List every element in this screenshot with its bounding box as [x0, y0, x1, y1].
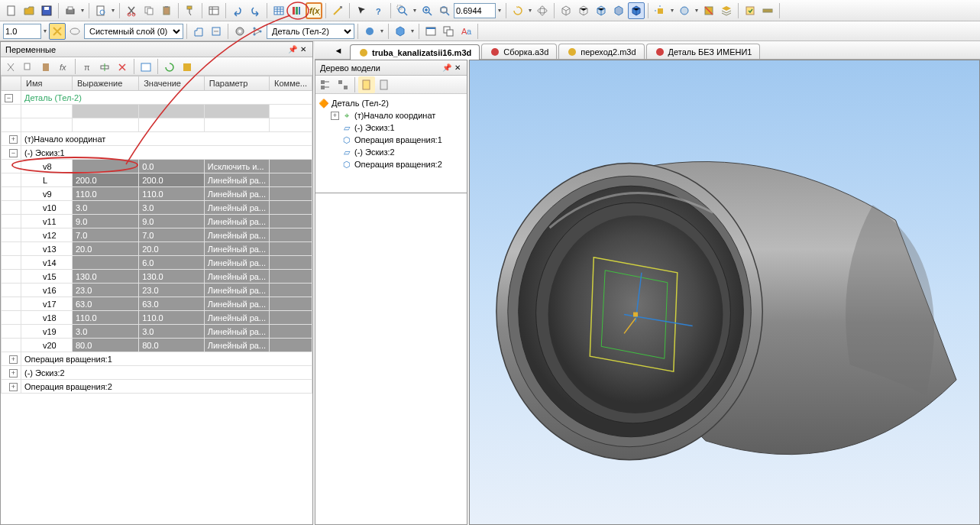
spreadsheet-icon[interactable]	[270, 2, 287, 19]
window-icon[interactable]	[422, 23, 439, 40]
cascade-icon[interactable]	[440, 23, 457, 40]
document-tab[interactable]: Сборка.a3d	[481, 44, 557, 59]
material-icon[interactable]	[361, 23, 378, 40]
var-refresh-icon[interactable]	[161, 59, 178, 76]
line-weight-combo[interactable]	[3, 24, 41, 39]
tree-root[interactable]: 🔶 Деталь (Тел-2)	[319, 97, 464, 109]
tab-prev-icon[interactable]: ◄	[330, 42, 347, 59]
var-delete-icon[interactable]	[114, 59, 131, 76]
variable-row[interactable]: v1623.023.0Линейный ра...	[2, 284, 312, 297]
tree-node[interactable]: ⬡ Операция вращения:2	[319, 158, 464, 170]
var-opts-icon[interactable]	[179, 59, 196, 76]
orbit-icon[interactable]	[534, 2, 551, 19]
format-paint-icon[interactable]	[182, 2, 199, 19]
pin-icon[interactable]: 📌	[442, 63, 451, 73]
new-icon[interactable]	[3, 2, 20, 19]
preview-dropdown[interactable]: ▾	[110, 2, 116, 19]
wireframe-icon[interactable]	[558, 2, 574, 19]
tree-node[interactable]: ⬡ Операция вращения:1	[319, 134, 464, 146]
zoom-in-icon[interactable]	[419, 2, 435, 19]
variable-row[interactable]: L200.0200.0Линейный ра...	[2, 173, 312, 187]
style-icon[interactable]	[66, 23, 83, 40]
text-style-icon[interactable]: Aа	[458, 23, 474, 40]
dim-icon[interactable]	[208, 23, 225, 40]
section-icon[interactable]	[700, 2, 717, 19]
measure-icon[interactable]	[759, 2, 776, 19]
var-paste-icon[interactable]	[37, 59, 54, 76]
color-btn[interactable]	[49, 23, 66, 40]
variables-grid[interactable]: Имя Выражение Значение Параметр Комме...…	[1, 76, 312, 524]
tree-node[interactable]: ▱ (-) Эскиз:2	[319, 146, 464, 158]
close-icon[interactable]: ✕	[453, 63, 462, 73]
var-pi-icon[interactable]: π	[79, 59, 95, 76]
body-icon[interactable]	[392, 23, 409, 40]
rebuild-icon[interactable]	[742, 2, 758, 19]
layer-combo[interactable]: Системный слой (0)	[84, 24, 183, 39]
mt-btn4-icon[interactable]	[376, 76, 393, 93]
save-icon[interactable]	[38, 2, 55, 19]
variable-row[interactable]: v18110.0110.0Линейный ра...	[2, 311, 312, 325]
model-tree-body[interactable]: 🔶 Деталь (Тел-2) + ⌖ (т)Начало координат…	[315, 94, 467, 193]
rotate-icon[interactable]	[509, 2, 526, 19]
undo-icon[interactable]	[229, 2, 246, 19]
document-tab[interactable]: переход2.m3d	[558, 44, 644, 59]
sketch-icon[interactable]	[329, 2, 346, 19]
variable-row[interactable]: v193.03.0Линейный ра...	[2, 325, 312, 339]
library-icon[interactable]	[288, 2, 305, 19]
zoom-dd[interactable]: ▾	[412, 2, 418, 19]
document-tab[interactable]: truba_kanalizatsii16.m3d	[350, 44, 480, 60]
variable-row[interactable]: v127.07.0Линейный ра...	[2, 228, 312, 242]
variable-row[interactable]: v2080.080.0Линейный ра...	[2, 339, 312, 352]
preview-icon[interactable]	[92, 2, 109, 19]
document-tab[interactable]: Деталь БЕЗ ИМЕНИ1	[646, 44, 761, 59]
tree-node[interactable]: + ⌖ (т)Начало координат	[319, 109, 464, 122]
orient-icon[interactable]	[652, 2, 668, 19]
var-insert-icon[interactable]	[96, 59, 113, 76]
part-combo[interactable]: Деталь (Тел-2)	[267, 24, 354, 39]
variable-row[interactable]: v15130.0130.0Линейный ра...	[2, 270, 312, 284]
variable-row[interactable]: v9110.0110.0Линейный ра...	[2, 187, 312, 201]
open-icon[interactable]	[21, 2, 37, 19]
copy-icon[interactable]	[141, 2, 157, 19]
hidden-edge-icon[interactable]	[575, 2, 592, 19]
zoom-combo-dd[interactable]: ▾	[496, 2, 503, 19]
variable-row[interactable]: v80.0Исключить и...	[2, 160, 312, 173]
print-icon[interactable]	[62, 2, 79, 19]
paste-icon[interactable]	[158, 2, 175, 19]
zoom-input[interactable]	[454, 3, 496, 18]
variable-row[interactable]: v1320.020.0Линейный ра...	[2, 242, 312, 256]
variable-row[interactable]: v146.0Линейный ра...	[2, 256, 312, 270]
variable-row[interactable]: v103.03.0Линейный ра...	[2, 201, 312, 215]
expand-icon[interactable]: +	[331, 112, 339, 120]
sketch2-icon[interactable]	[190, 23, 207, 40]
var-table-icon[interactable]	[137, 59, 154, 76]
tree-icon[interactable]	[249, 23, 266, 40]
config-icon[interactable]	[231, 23, 248, 40]
viewport-3d[interactable]	[469, 60, 980, 525]
zoom-fit-icon[interactable]	[436, 2, 453, 19]
var-copy-icon[interactable]	[20, 59, 37, 76]
redo-icon[interactable]	[247, 2, 264, 19]
var-fx-icon[interactable]: fx	[55, 59, 72, 76]
layers-icon[interactable]	[718, 2, 735, 19]
shaded-wire-icon[interactable]	[593, 2, 610, 19]
pin-icon[interactable]: 📌	[288, 45, 297, 54]
cut-icon[interactable]	[123, 2, 140, 19]
view-icon[interactable]	[676, 2, 693, 19]
shaded-active-icon[interactable]	[628, 2, 645, 19]
variable-row[interactable]: v1763.063.0Линейный ра...	[2, 297, 312, 311]
tree-node[interactable]: ▱ (-) Эскиз:1	[319, 122, 464, 134]
variable-row[interactable]: v119.09.0Линейный ра...	[2, 215, 312, 228]
help-icon[interactable]: ?	[370, 2, 387, 19]
mt-btn1-icon[interactable]	[317, 76, 334, 93]
mt-btn3-icon[interactable]	[358, 76, 375, 93]
shaded-icon[interactable]	[610, 2, 627, 19]
select-icon[interactable]	[353, 2, 370, 19]
properties-icon[interactable]	[205, 2, 222, 19]
mt-btn2-icon[interactable]	[335, 76, 351, 93]
zoom-window-icon[interactable]	[394, 2, 411, 19]
var-cut-icon[interactable]	[2, 59, 19, 76]
close-icon[interactable]: ✕	[299, 45, 308, 54]
print-dropdown[interactable]: ▾	[79, 2, 86, 19]
fx-variables-icon[interactable]: f(x)	[306, 2, 322, 19]
